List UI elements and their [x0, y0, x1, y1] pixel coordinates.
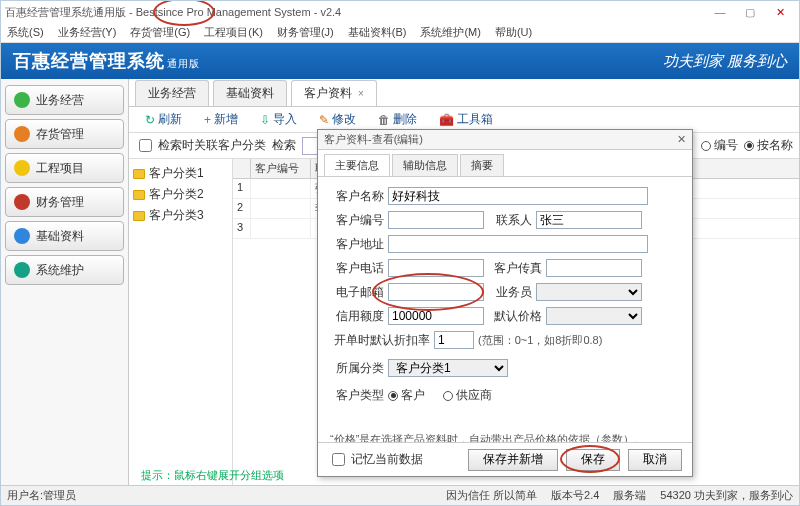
import-icon: ⇩: [260, 113, 270, 127]
close-icon[interactable]: ✕: [765, 1, 795, 23]
dialog-body: 客户名称 客户编号 联系人 客户地址 客户电话 客户传真 电子邮箱 业务员 信用…: [318, 177, 692, 442]
brand-bar: 百惠经营管理系统通用版 功夫到家 服务到心: [1, 43, 799, 79]
import-button[interactable]: ⇩导入: [254, 109, 303, 130]
folder-icon: [133, 169, 145, 179]
dialog-tabs: 主要信息辅助信息摘要: [318, 150, 692, 177]
dialog-close-icon[interactable]: ✕: [677, 133, 686, 146]
main-tab[interactable]: 业务经营: [135, 80, 209, 106]
menu-item[interactable]: 财务管理(J): [277, 25, 334, 40]
category-tree: 客户分类1客户分类2客户分类3: [129, 159, 233, 485]
minimize-icon[interactable]: —: [705, 1, 735, 23]
sidebar-item[interactable]: 基础资料: [5, 221, 124, 251]
window-titlebar: 百惠经营管理系统通用版 - Bestsince Pro Management S…: [1, 1, 799, 23]
hint-text: 提示：鼠标右键展开分组选项: [141, 468, 284, 483]
tab-close-icon[interactable]: ×: [358, 88, 364, 99]
tree-item[interactable]: 客户分类3: [131, 205, 230, 226]
dialog-tab[interactable]: 辅助信息: [392, 154, 458, 176]
main-tab[interactable]: 客户资料×: [291, 80, 377, 106]
tools-icon: 🧰: [439, 113, 454, 127]
cancel-button[interactable]: 取消: [628, 449, 682, 471]
status-bar: 用户名:管理员 因为信任 所以简单 版本号2.4 服务端 54320 功夫到家，…: [1, 485, 799, 505]
dialog-title: 客户资料-查看(编辑): [324, 132, 423, 147]
field-default-price[interactable]: [546, 307, 642, 325]
main-tabs: 业务经营基础资料客户资料×: [129, 79, 799, 107]
refresh-button[interactable]: ↻刷新: [139, 109, 188, 130]
sidebar-icon: [14, 228, 30, 244]
menu-item[interactable]: 工程项目(K): [204, 25, 263, 40]
chk-remember[interactable]: 记忆当前数据: [328, 450, 423, 469]
tree-item[interactable]: 客户分类1: [131, 163, 230, 184]
menu-item[interactable]: 帮助(U): [495, 25, 532, 40]
new-button[interactable]: +新增: [198, 109, 244, 130]
edit-dialog: 客户资料-查看(编辑) ✕ 主要信息辅助信息摘要 客户名称 客户编号 联系人 客…: [317, 129, 693, 477]
grid-header[interactable]: 客户编号: [251, 159, 311, 178]
folder-icon: [133, 190, 145, 200]
window-title: 百惠经营管理系统通用版 - Bestsince Pro Management S…: [5, 5, 341, 20]
field-sales[interactable]: [536, 283, 642, 301]
save-button[interactable]: 保存: [566, 449, 620, 471]
field-fax[interactable]: [546, 259, 642, 277]
field-category[interactable]: 客户分类1: [388, 359, 508, 377]
field-tel[interactable]: [388, 259, 484, 277]
menu-item[interactable]: 系统维护(M): [420, 25, 481, 40]
delete-icon: 🗑: [378, 113, 390, 127]
edit-icon: ✎: [319, 113, 329, 127]
sidebar-item[interactable]: 财务管理: [5, 187, 124, 217]
sidebar-item[interactable]: 存货管理: [5, 119, 124, 149]
new-icon: +: [204, 113, 211, 127]
sidebar-icon: [14, 160, 30, 176]
tools-button[interactable]: 🧰工具箱: [433, 109, 499, 130]
dialog-tab[interactable]: 主要信息: [324, 154, 390, 176]
sidebar: 业务经营存货管理工程项目财务管理基础资料系统维护: [1, 79, 129, 485]
field-customer-name[interactable]: [388, 187, 648, 205]
field-credit[interactable]: [388, 307, 484, 325]
save-new-button[interactable]: 保存并新增: [468, 449, 558, 471]
maximize-icon[interactable]: ▢: [735, 1, 765, 23]
menu-item[interactable]: 系统(S): [7, 25, 44, 40]
sidebar-item[interactable]: 业务经营: [5, 85, 124, 115]
status-auth: 因为信任 所以简单: [446, 488, 537, 503]
sidebar-icon: [14, 262, 30, 278]
menu-bar: 系统(S)业务经营(Y)存货管理(G)工程项目(K)财务管理(J)基础资料(B)…: [1, 23, 799, 43]
menu-item[interactable]: 基础资料(B): [348, 25, 407, 40]
sidebar-item[interactable]: 工程项目: [5, 153, 124, 183]
refresh-icon: ↻: [145, 113, 155, 127]
field-email[interactable]: [388, 283, 484, 301]
radio-type-customer[interactable]: 客户: [388, 387, 425, 404]
edit-button[interactable]: ✎修改: [313, 109, 362, 130]
brand-title: 百惠经营管理系统通用版: [13, 49, 200, 73]
field-discount[interactable]: [434, 331, 474, 349]
tree-item[interactable]: 客户分类2: [131, 184, 230, 205]
sidebar-icon: [14, 126, 30, 142]
menu-item[interactable]: 存货管理(G): [130, 25, 190, 40]
chk-link-category[interactable]: 检索时关联客户分类: [135, 136, 266, 155]
sidebar-item[interactable]: 系统维护: [5, 255, 124, 285]
radio-type-supplier[interactable]: 供应商: [443, 387, 492, 404]
dialog-tab[interactable]: 摘要: [460, 154, 504, 176]
menu-item[interactable]: 业务经营(Y): [58, 25, 117, 40]
price-note: “价格”是在选择产品资料时，自动带出产品价格的依据（参数）。: [330, 432, 680, 442]
sidebar-icon: [14, 92, 30, 108]
field-contact[interactable]: [536, 211, 642, 229]
search-label: 检索: [272, 137, 296, 154]
brand-slogan: 功夫到家 服务到心: [663, 52, 787, 71]
delete-button[interactable]: 🗑删除: [372, 109, 423, 130]
grid-header[interactable]: [233, 159, 251, 178]
radio-by-code[interactable]: 编号: [701, 137, 738, 154]
field-customer-code[interactable]: [388, 211, 484, 229]
radio-by-name[interactable]: 按名称: [744, 137, 793, 154]
folder-icon: [133, 211, 145, 221]
field-address[interactable]: [388, 235, 648, 253]
main-tab[interactable]: 基础资料: [213, 80, 287, 106]
sidebar-icon: [14, 194, 30, 210]
